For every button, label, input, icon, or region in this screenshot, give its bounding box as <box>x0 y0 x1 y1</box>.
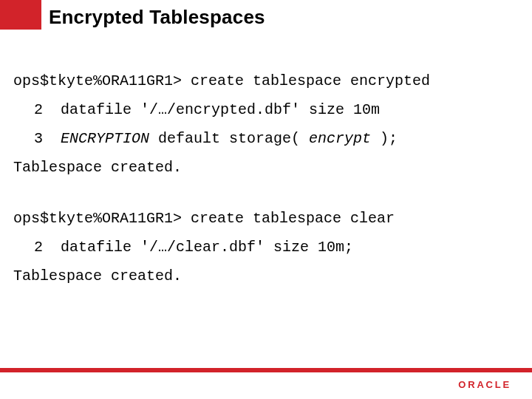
line-number: 2 <box>13 95 43 124</box>
keyword: encrypt <box>309 130 371 147</box>
code-text: default storage( <box>149 130 309 147</box>
corner-accent <box>0 0 41 30</box>
code-line: ops$tkyte%ORA11GR1> create tablespace en… <box>13 66 519 95</box>
line-number: 3 <box>13 124 43 153</box>
code-text: datafile '/…/clear.dbf' size 10m; <box>43 239 353 256</box>
result-line: Tablespace created. <box>13 262 519 290</box>
code-text: ); <box>371 130 398 147</box>
code-text <box>43 130 61 147</box>
code-line: 3 ENCRYPTION default storage( encrypt ); <box>13 124 519 153</box>
code-text: datafile '/…/encrypted.dbf' size 10m <box>43 101 380 118</box>
brand-logo: ORACLE <box>458 379 511 390</box>
code-line: 2 datafile '/…/encrypted.dbf' size 10m <box>13 95 519 124</box>
line-number: 2 <box>13 233 43 262</box>
code-line: ops$tkyte%ORA11GR1> create tablespace cl… <box>13 204 519 233</box>
keyword: ENCRYPTION <box>61 130 149 147</box>
footer-accent <box>0 368 532 372</box>
slide-title: Encrypted Tablespaces <box>49 6 265 29</box>
code-area: ops$tkyte%ORA11GR1> create tablespace en… <box>13 66 519 290</box>
result-line: Tablespace created. <box>13 153 519 182</box>
code-line: 2 datafile '/…/clear.dbf' size 10m; <box>13 233 519 262</box>
spacer <box>13 182 519 204</box>
